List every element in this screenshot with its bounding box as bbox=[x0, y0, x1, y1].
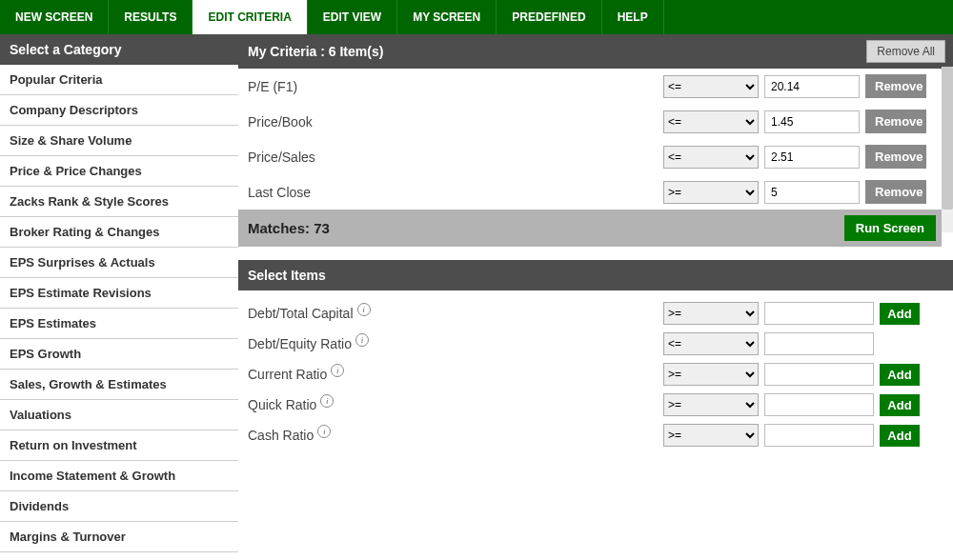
category-item[interactable]: Sales, Growth & Estimates bbox=[0, 370, 238, 400]
category-item[interactable]: Zacks Rank & Style Scores bbox=[0, 187, 238, 217]
criteria-row: Last Close<=>==<>Remove bbox=[238, 174, 942, 210]
remove-all-button[interactable]: Remove All bbox=[866, 40, 945, 63]
category-item[interactable]: Margins & Turnover bbox=[0, 522, 238, 552]
select-item-row: Debt/Equity Ratio i<=>==<>Add bbox=[238, 329, 953, 359]
category-item[interactable]: EPS Estimate Revisions bbox=[0, 278, 238, 309]
select-item-label-text: Quick Ratio bbox=[248, 397, 316, 412]
criteria-row: Price/Book<=>==<>Remove bbox=[238, 104, 942, 139]
select-item-label-text: Cash Ratio bbox=[248, 428, 314, 443]
tab-edit-criteria[interactable]: EDIT CRITERIA bbox=[193, 0, 307, 34]
criteria-label: Last Close bbox=[248, 185, 658, 200]
category-item[interactable]: Return on Investment bbox=[0, 430, 238, 461]
select-items-list: Debt/Total Capital i<=>==<>AddDebt/Equit… bbox=[238, 290, 953, 450]
select-item-value-input[interactable] bbox=[764, 424, 874, 447]
operator-select[interactable]: <=>==<> bbox=[663, 332, 759, 355]
remove-button[interactable]: Remove bbox=[865, 74, 926, 98]
category-item[interactable]: EPS Growth bbox=[0, 339, 238, 370]
info-icon[interactable]: i bbox=[320, 394, 334, 408]
select-item-value-input[interactable] bbox=[764, 393, 874, 416]
scrollbar[interactable] bbox=[942, 67, 953, 232]
category-item[interactable]: Balance Sheet bbox=[0, 552, 238, 560]
category-item[interactable]: Broker Rating & Changes bbox=[0, 217, 238, 248]
remove-button[interactable]: Remove bbox=[865, 145, 926, 169]
category-item[interactable]: Company Descriptors bbox=[0, 95, 238, 126]
category-item[interactable]: Dividends bbox=[0, 491, 238, 522]
criteria-row: Price/Sales<=>==<>Remove bbox=[238, 139, 942, 174]
operator-select[interactable]: <=>==<> bbox=[663, 363, 759, 386]
select-item-label: Quick Ratio i bbox=[248, 397, 658, 412]
select-item-value-input[interactable] bbox=[764, 302, 874, 325]
tab-my-screen[interactable]: MY SCREEN bbox=[397, 0, 497, 34]
scrollbar-thumb[interactable] bbox=[942, 67, 953, 210]
select-item-row: Current Ratio i<=>==<>Add bbox=[238, 359, 953, 390]
operator-select[interactable]: <=>==<> bbox=[663, 181, 759, 204]
tab-predefined[interactable]: PREDEFINED bbox=[497, 0, 601, 34]
main-wrap: Select a Category Popular CriteriaCompan… bbox=[0, 34, 953, 560]
tab-edit-view[interactable]: EDIT VIEW bbox=[308, 0, 397, 34]
category-item[interactable]: EPS Estimates bbox=[0, 309, 238, 339]
criteria-value-input[interactable] bbox=[764, 181, 860, 204]
operator-select[interactable]: <=>==<> bbox=[663, 146, 759, 169]
info-icon[interactable]: i bbox=[355, 333, 369, 347]
select-item-value-input[interactable] bbox=[764, 363, 874, 386]
tab-new-screen[interactable]: NEW SCREEN bbox=[0, 0, 109, 34]
category-item[interactable]: Price & Price Changes bbox=[0, 156, 238, 187]
select-item-row: Quick Ratio i<=>==<>Add bbox=[238, 390, 953, 420]
select-item-label: Cash Ratio i bbox=[248, 428, 658, 443]
my-criteria-title: My Criteria : 6 Item(s) bbox=[248, 44, 383, 59]
add-button[interactable]: Add bbox=[880, 425, 920, 447]
operator-select[interactable]: <=>==<> bbox=[663, 110, 759, 133]
select-item-row: Cash Ratio i<=>==<>Add bbox=[238, 420, 953, 450]
info-icon[interactable]: i bbox=[317, 425, 331, 438]
matches-label: Matches: 73 bbox=[248, 220, 330, 236]
criteria-value-input[interactable] bbox=[764, 75, 860, 98]
select-item-label: Debt/Equity Ratio i bbox=[248, 336, 658, 351]
tab-results[interactable]: RESULTS bbox=[109, 0, 193, 34]
category-item[interactable]: Income Statement & Growth bbox=[0, 461, 238, 491]
select-item-label: Debt/Total Capital i bbox=[248, 306, 658, 321]
add-button[interactable]: Add bbox=[880, 394, 920, 416]
remove-button[interactable]: Remove bbox=[865, 180, 926, 204]
my-criteria-header: My Criteria : 6 Item(s) Remove All bbox=[238, 34, 953, 69]
operator-select[interactable]: <=>==<> bbox=[663, 393, 759, 416]
criteria-label: Price/Sales bbox=[248, 150, 658, 165]
matches-bar: Matches: 73 Run Screen bbox=[238, 210, 942, 247]
tab-help[interactable]: HELP bbox=[602, 0, 664, 34]
criteria-list: P/E (F1)<=>==<>RemovePrice/Book<=>==<>Re… bbox=[238, 69, 942, 210]
add-button[interactable]: Add bbox=[880, 303, 920, 325]
category-item[interactable]: EPS Surprises & Actuals bbox=[0, 248, 238, 278]
sidebar-heading: Select a Category bbox=[0, 34, 238, 65]
select-item-value-input[interactable] bbox=[764, 332, 874, 355]
select-items-header: Select Items bbox=[238, 260, 953, 290]
criteria-label: P/E (F1) bbox=[248, 79, 658, 94]
criteria-row: P/E (F1)<=>==<>Remove bbox=[238, 69, 942, 104]
sidebar: Select a Category Popular CriteriaCompan… bbox=[0, 34, 238, 560]
info-icon[interactable]: i bbox=[357, 303, 371, 316]
select-item-label-text: Current Ratio bbox=[248, 367, 327, 382]
run-screen-button[interactable]: Run Screen bbox=[844, 215, 936, 241]
select-item-row: Debt/Total Capital i<=>==<>Add bbox=[238, 298, 953, 329]
select-item-label-text: Debt/Equity Ratio bbox=[248, 336, 352, 351]
main-panel: My Criteria : 6 Item(s) Remove All P/E (… bbox=[238, 34, 953, 560]
category-item[interactable]: Size & Share Volume bbox=[0, 126, 238, 156]
category-list: Popular CriteriaCompany DescriptorsSize … bbox=[0, 65, 238, 560]
select-item-label-text: Debt/Total Capital bbox=[248, 306, 354, 321]
category-item[interactable]: Popular Criteria bbox=[0, 65, 238, 95]
add-button[interactable]: Add bbox=[880, 364, 920, 386]
criteria-value-input[interactable] bbox=[764, 110, 860, 133]
top-nav: NEW SCREENRESULTSEDIT CRITERIAEDIT VIEWM… bbox=[0, 0, 953, 34]
criteria-label: Price/Book bbox=[248, 114, 658, 130]
remove-button[interactable]: Remove bbox=[865, 110, 926, 133]
info-icon[interactable]: i bbox=[331, 364, 344, 377]
select-item-label: Current Ratio i bbox=[248, 367, 658, 382]
criteria-value-input[interactable] bbox=[764, 146, 860, 169]
operator-select[interactable]: <=>==<> bbox=[663, 302, 759, 325]
operator-select[interactable]: <=>==<> bbox=[663, 75, 759, 98]
operator-select[interactable]: <=>==<> bbox=[663, 424, 759, 447]
category-item[interactable]: Valuations bbox=[0, 400, 238, 430]
